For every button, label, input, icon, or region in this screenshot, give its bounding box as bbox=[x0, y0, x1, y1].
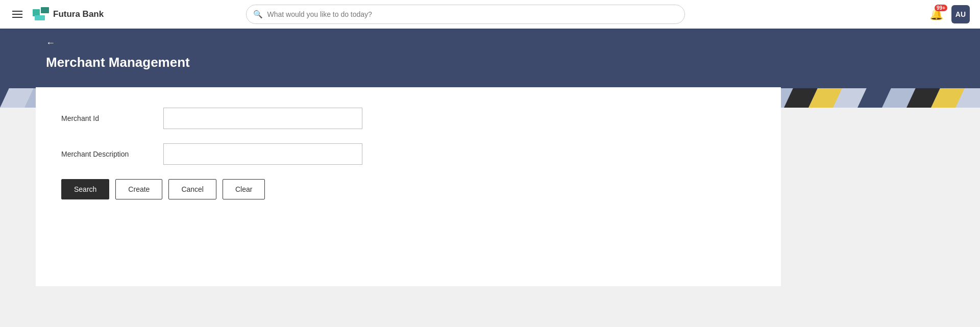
notification-badge: 99+ bbox=[935, 5, 947, 11]
search-icon-nav: 🔍 bbox=[253, 10, 263, 19]
top-nav: Futura Bank 🔍 🔔 99+ AU bbox=[0, 0, 980, 29]
create-button[interactable]: Create bbox=[115, 179, 162, 199]
logo-area: Futura Bank bbox=[33, 7, 104, 21]
merchant-description-label: Merchant Description bbox=[61, 150, 163, 158]
global-search-input[interactable] bbox=[246, 5, 685, 24]
back-arrow-icon: ← bbox=[46, 38, 55, 48]
merchant-id-row: Merchant Id bbox=[61, 108, 755, 129]
merchant-description-input[interactable] bbox=[163, 143, 362, 165]
search-bar: 🔍 bbox=[246, 5, 685, 24]
logo-icon bbox=[33, 7, 49, 21]
merchant-description-row: Merchant Description bbox=[61, 143, 755, 165]
svg-rect-0 bbox=[33, 9, 40, 16]
logo-text: Futura Bank bbox=[53, 9, 104, 19]
cancel-button[interactable]: Cancel bbox=[168, 179, 216, 199]
content-card: Merchant Id Merchant Description Search … bbox=[36, 87, 781, 286]
back-button[interactable]: ← bbox=[46, 38, 934, 48]
clear-button[interactable]: Clear bbox=[223, 179, 265, 199]
page-title: Merchant Management bbox=[46, 55, 934, 70]
merchant-id-label: Merchant Id bbox=[61, 114, 163, 122]
content-wrapper: Merchant Id Merchant Description Search … bbox=[0, 108, 980, 286]
merchant-id-input[interactable] bbox=[163, 108, 362, 129]
user-avatar[interactable]: AU bbox=[951, 5, 970, 23]
nav-right: 🔔 99+ AU bbox=[929, 5, 970, 23]
svg-rect-2 bbox=[35, 15, 45, 20]
button-row: Search Create Cancel Clear bbox=[61, 179, 755, 199]
search-button[interactable]: Search bbox=[61, 179, 109, 199]
notification-button[interactable]: 🔔 99+ bbox=[929, 8, 943, 21]
svg-rect-1 bbox=[41, 7, 49, 13]
hamburger-button[interactable] bbox=[10, 9, 24, 20]
